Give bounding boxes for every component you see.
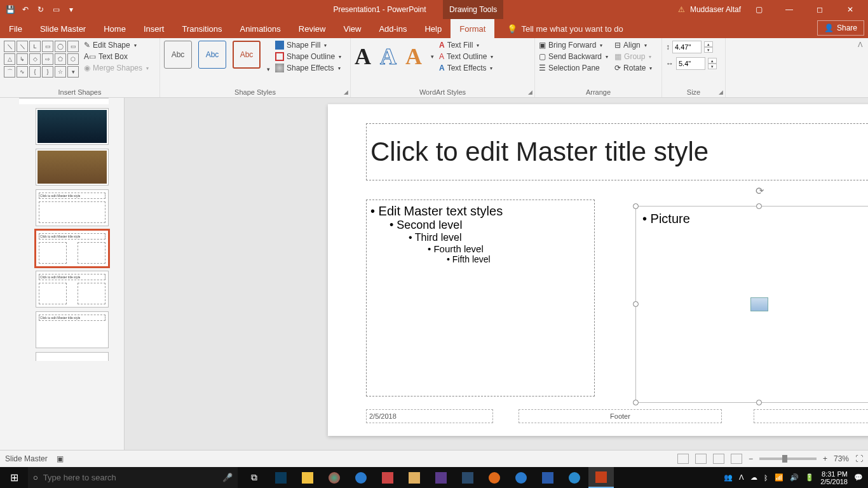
shape-arrow-icon[interactable]: ↳ <box>17 53 28 65</box>
notifications-icon[interactable]: 💬 <box>854 473 863 482</box>
task-view-icon[interactable]: ⧉ <box>241 467 267 488</box>
shape-outline-button[interactable]: Shape Outline▾ <box>275 52 341 61</box>
app-filmora[interactable] <box>455 467 480 488</box>
maximize-icon[interactable]: ◻ <box>807 0 832 19</box>
shape-brace-icon[interactable]: { <box>29 66 41 78</box>
content-placeholder[interactable]: Edit Master text styles Second level Thi… <box>366 200 595 396</box>
share-button[interactable]: 👤Share <box>817 20 864 36</box>
tab-animations[interactable]: Animations <box>231 19 290 38</box>
normal-view-icon[interactable] <box>677 454 689 464</box>
tab-view[interactable]: View <box>334 19 370 38</box>
app-photoshop[interactable] <box>268 467 294 488</box>
volume-icon[interactable]: 🔊 <box>790 473 799 482</box>
spin-down-icon[interactable]: ▾ <box>704 47 713 53</box>
start-button[interactable]: ⊞ <box>0 471 28 484</box>
shape-curve-icon[interactable]: ⌒ <box>4 66 15 78</box>
resize-handle[interactable] <box>633 301 639 307</box>
bluetooth-icon[interactable]: ᛒ <box>764 474 768 482</box>
wifi-icon[interactable]: 📶 <box>775 473 783 482</box>
shape-arrow-icon[interactable]: ⇨ <box>42 53 53 65</box>
send-backward-button[interactable]: ▢Send Backward▾ <box>539 52 608 61</box>
shape-triangle-icon[interactable]: △ <box>4 53 15 65</box>
spin-up-icon[interactable]: ▴ <box>704 41 713 47</box>
spin-down-icon[interactable]: ▾ <box>708 64 717 69</box>
tab-help[interactable]: Help <box>416 19 451 38</box>
resize-handle[interactable] <box>756 203 762 209</box>
save-icon[interactable]: 💾 <box>5 4 15 15</box>
tab-review[interactable]: Review <box>290 19 335 38</box>
tab-file[interactable]: File <box>0 19 31 38</box>
shape-fill-button[interactable]: Shape Fill▾ <box>275 41 341 50</box>
qat-more-icon[interactable]: ▾ <box>66 4 76 15</box>
resize-handle[interactable] <box>633 203 639 209</box>
shape-style-gallery[interactable]: Abc Abc Abc ▾ <box>164 41 270 72</box>
rotate-handle-icon[interactable]: ⟳ <box>756 185 764 197</box>
text-outline-button[interactable]: AText Outline▾ <box>439 52 493 61</box>
undo-icon[interactable]: ↶ <box>20 4 31 15</box>
bring-forward-button[interactable]: ▣Bring Forward▾ <box>539 41 608 50</box>
shape-more-icon[interactable]: ▾ <box>67 66 79 78</box>
shape-poly-icon[interactable]: ⬡ <box>67 53 79 65</box>
width-input[interactable] <box>676 57 705 70</box>
app-chrome[interactable] <box>322 467 347 488</box>
start-from-beginning-icon[interactable]: ▭ <box>51 4 61 15</box>
tab-insert[interactable]: Insert <box>135 19 173 38</box>
selection-pane-button[interactable]: ☰Selection Pane <box>539 64 608 72</box>
tab-format[interactable]: Format <box>451 19 494 38</box>
tell-me-search[interactable]: 💡Tell me what you want to do <box>507 19 623 38</box>
thumbnail-layout[interactable]: Click to edit Master title style <box>36 271 109 308</box>
taskbar-clock[interactable]: 8:31 PM 2/5/2018 <box>820 470 848 485</box>
tab-transitions[interactable]: Transitions <box>173 19 231 38</box>
shape-rect-icon[interactable]: ▭ <box>42 41 53 52</box>
tab-slide-master[interactable]: Slide Master <box>31 19 95 38</box>
shape-poly-icon[interactable]: ⬠ <box>55 53 66 65</box>
shape-line-icon[interactable]: ＼ <box>17 41 28 52</box>
shape-curve-icon[interactable]: ∿ <box>17 66 28 78</box>
app-snip[interactable] <box>375 467 400 488</box>
app-paint[interactable] <box>402 467 427 488</box>
shape-poly-icon[interactable]: ◇ <box>29 53 41 65</box>
redo-icon[interactable]: ↻ <box>36 4 46 15</box>
app-firefox[interactable] <box>482 467 507 488</box>
footer-placeholder[interactable]: Footer <box>519 409 722 423</box>
fit-to-window-icon[interactable]: ⛶ <box>855 454 863 463</box>
ribbon-display-icon[interactable]: ▢ <box>746 0 771 19</box>
title-placeholder[interactable]: Click to edit Master title style <box>366 123 868 180</box>
shape-oval-icon[interactable]: ◯ <box>55 41 66 52</box>
shape-style-swatch[interactable]: Abc <box>164 41 192 69</box>
thumbnail-layout[interactable]: Click to edit Master title style <box>36 189 109 226</box>
gallery-more-icon[interactable]: ▾ <box>431 53 434 60</box>
mic-icon[interactable]: 🎤 <box>222 473 233 482</box>
picture-placeholder-selected[interactable]: ⟳ • Picture <box>635 206 868 403</box>
dialog-launcher-icon[interactable]: ◢ <box>719 89 723 95</box>
shape-effects-button[interactable]: Shape Effects▾ <box>275 64 341 72</box>
width-field[interactable]: ↔▴▾ <box>666 57 721 70</box>
people-icon[interactable]: 👥 <box>724 473 733 482</box>
slide-canvas[interactable]: Click to edit Master title style Edit Ma… <box>125 98 868 450</box>
thumbnail-layout[interactable] <box>36 149 109 186</box>
shape-brace-icon[interactable]: } <box>42 66 53 78</box>
reading-view-icon[interactable] <box>713 454 724 464</box>
dialog-launcher-icon[interactable]: ◢ <box>344 89 348 95</box>
app-powerpoint[interactable] <box>588 467 614 488</box>
resize-handle[interactable] <box>633 400 639 405</box>
shape-style-swatch[interactable]: Abc <box>233 41 261 69</box>
tray-up-icon[interactable]: ᐱ <box>739 473 744 482</box>
height-field[interactable]: ↕▴▾ <box>666 41 721 53</box>
shape-line-icon[interactable]: L <box>29 41 41 52</box>
search-input[interactable] <box>43 473 217 482</box>
minimize-icon[interactable]: — <box>776 0 802 19</box>
app-explorer[interactable] <box>295 467 320 488</box>
zoom-level[interactable]: 73% <box>834 454 849 463</box>
resize-handle[interactable] <box>756 400 762 405</box>
thumbnail-panel[interactable]: Click to edit Master title style Click t… <box>0 98 125 450</box>
zoom-in-icon[interactable]: + <box>823 454 827 463</box>
spin-up-icon[interactable]: ▴ <box>708 58 717 64</box>
notes-icon[interactable]: ▣ <box>57 454 64 463</box>
date-placeholder[interactable]: 2/5/2018 <box>366 409 493 423</box>
thumbnail-layout-selected[interactable]: Click to edit Master title style <box>36 230 109 267</box>
edit-shape-button[interactable]: ✎Edit Shape▾ <box>84 41 149 50</box>
app-word[interactable] <box>535 467 560 488</box>
wordart-swatch[interactable]: A <box>405 43 422 70</box>
height-input[interactable] <box>672 41 702 53</box>
